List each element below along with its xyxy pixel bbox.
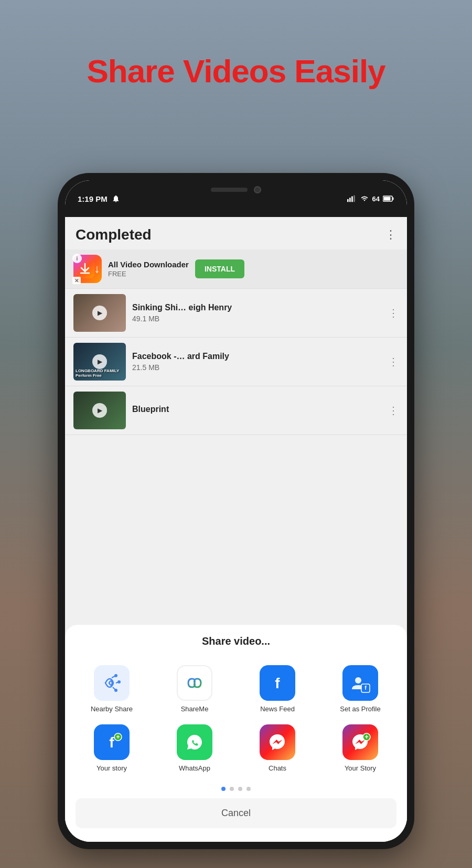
ad-app-subtitle: FREE (108, 270, 189, 278)
video-thumbnail-1: ▶ (73, 294, 126, 332)
time-display: 1:19 PM (78, 194, 108, 203)
shareme-label: ShareMe (181, 705, 209, 714)
svg-point-11 (114, 674, 117, 677)
chats-label: Chats (269, 764, 286, 773)
svg-rect-1 (349, 198, 351, 202)
dot-4 (246, 787, 251, 791)
ad-banner: i ✕ All Video Downloader FREE INSTALL (65, 249, 407, 289)
video-item-3: ▶ Blueprint ⋮ (65, 386, 407, 435)
share-item-shareme[interactable]: ShareMe (153, 660, 236, 719)
svg-rect-0 (347, 199, 349, 202)
front-camera (254, 186, 261, 193)
wifi-icon (360, 195, 369, 202)
video-size-2: 21.5 MB (132, 363, 382, 372)
svg-text:f: f (275, 675, 280, 691)
battery-level: 64 (372, 195, 380, 203)
video-info-3: Blueprint (132, 405, 382, 416)
status-right: 64 (347, 195, 394, 203)
share-item-nearby[interactable]: Nearby Share (70, 660, 153, 719)
set-profile-label: Set as Profile (340, 705, 380, 714)
your-story-fb-label: Your story (96, 764, 127, 773)
your-story-messenger-icon-svg: + (349, 731, 372, 754)
more-options-button[interactable]: ⋮ (385, 228, 396, 242)
svg-rect-26 (266, 731, 289, 754)
page-indicator (65, 778, 407, 798)
svg-rect-3 (353, 196, 355, 202)
your-story-fb-icon: f + (94, 724, 130, 760)
set-profile-icon: f (342, 665, 378, 701)
share-sheet: Share video... (65, 625, 407, 842)
video-options-3[interactable]: ⋮ (388, 404, 399, 417)
video-item-2: ▶ LONGBOARD FAMILYPerform Free Facebook … (65, 338, 407, 386)
dot-3 (238, 787, 242, 791)
phone-inner: 1:19 PM (65, 180, 407, 842)
dot-1 (221, 787, 226, 791)
nearby-share-label: Nearby Share (91, 705, 133, 714)
svg-point-12 (117, 680, 121, 683)
svg-rect-6 (384, 197, 391, 201)
screen-title: Completed (76, 226, 152, 243)
facebook-icon-svg: f (266, 671, 289, 695)
whatsapp-icon-svg (183, 731, 206, 754)
share-title: Share video... (65, 635, 407, 647)
svg-point-18 (355, 677, 361, 683)
bell-icon (112, 194, 120, 203)
shareme-icon-svg (183, 671, 206, 695)
nearby-icon-svg (101, 672, 122, 693)
your-story-messenger-label: Your Story (345, 764, 376, 773)
shareme-icon (177, 665, 212, 701)
thumb-label-2: LONGBOARD FAMILYPerform Free (76, 368, 119, 378)
share-item-your-story-fb[interactable]: f + Your story (70, 719, 153, 778)
share-item-your-story-messenger[interactable]: + Your Story (319, 719, 402, 778)
svg-text:f: f (364, 685, 367, 691)
news-feed-label: News Feed (260, 705, 295, 714)
ad-close-icon[interactable]: ✕ (72, 277, 81, 284)
share-item-news-feed[interactable]: f News Feed (236, 660, 319, 719)
whatsapp-label: WhatsApp (179, 764, 210, 773)
notch (189, 180, 283, 199)
cancel-button[interactable]: Cancel (76, 798, 396, 828)
set-profile-icon-svg: f (349, 671, 372, 695)
share-item-chats[interactable]: Chats (236, 719, 319, 778)
share-item-set-profile[interactable]: f Set as Profile (319, 660, 402, 719)
phone-screen: Completed ⋮ (65, 217, 407, 842)
video-item: ▶ Sinking Shi… eigh Henry 49.1 MB ⋮ (65, 289, 407, 338)
video-options-2[interactable]: ⋮ (388, 355, 399, 368)
page-title: Share Videos Easily (0, 52, 472, 90)
video-name-3: Blueprint (132, 405, 382, 414)
play-button-1[interactable]: ▶ (92, 306, 107, 320)
nearby-share-icon (94, 665, 130, 701)
svg-rect-5 (393, 198, 394, 200)
status-bar: 1:19 PM (65, 180, 407, 217)
video-info-2: Facebook -… ard Family 21.5 MB (132, 352, 382, 372)
svg-text:+: + (364, 733, 368, 741)
phone-frame: 1:19 PM (58, 173, 414, 849)
install-button[interactable]: INSTALL (195, 259, 244, 278)
chats-icon (260, 724, 295, 760)
status-left: 1:19 PM (78, 194, 120, 203)
dot-2 (230, 787, 234, 791)
video-thumbnail-3: ▶ (73, 392, 126, 429)
screen-header: Completed ⋮ (65, 217, 407, 249)
share-item-whatsapp[interactable]: WhatsApp (153, 719, 236, 778)
svg-text:+: + (116, 733, 120, 741)
share-grid: Nearby Share (65, 660, 407, 778)
ad-info-icon[interactable]: i (72, 254, 82, 263)
battery-icon (383, 195, 394, 202)
video-size-1: 49.1 MB (132, 314, 382, 323)
video-name-1: Sinking Shi… eigh Henry (132, 303, 382, 312)
news-feed-icon: f (260, 665, 295, 701)
video-thumbnail-2: ▶ LONGBOARD FAMILYPerform Free (73, 343, 126, 381)
video-name-2: Facebook -… ard Family (132, 352, 382, 361)
messenger-icon-svg (266, 731, 289, 754)
speaker (211, 188, 248, 192)
whatsapp-icon (177, 724, 212, 760)
signal-icon (347, 195, 357, 202)
your-story-fb-icon-svg: f + (100, 731, 123, 754)
play-button-2[interactable]: ▶ (92, 354, 107, 369)
play-button-3[interactable]: ▶ (92, 403, 107, 418)
ad-app-name: All Video Downloader (108, 260, 189, 269)
ad-meta: All Video Downloader FREE (108, 260, 189, 278)
svg-rect-2 (351, 197, 353, 202)
video-options-1[interactable]: ⋮ (388, 307, 399, 319)
